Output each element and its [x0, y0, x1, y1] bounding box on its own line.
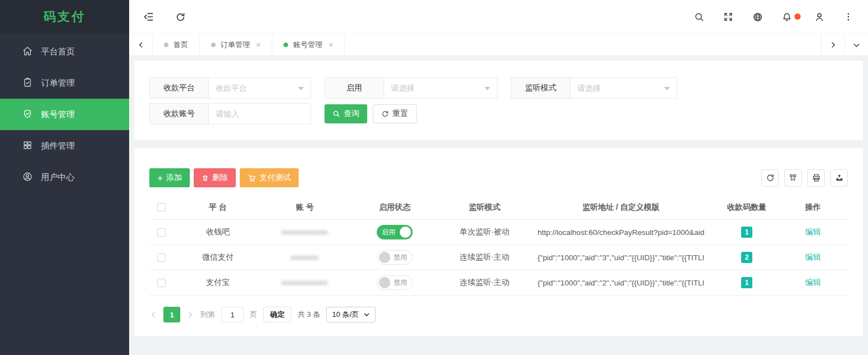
user-icon[interactable]: [813, 11, 825, 23]
tabs-scroll-right-icon[interactable]: [821, 34, 844, 56]
platform-select-input[interactable]: [209, 78, 310, 98]
toggle-knob: [400, 227, 411, 238]
listen-mode-select-input[interactable]: [570, 78, 677, 98]
goto-prefix: 到第: [200, 310, 215, 320]
tab-dot: [164, 43, 168, 47]
tab-orders[interactable]: 订单管理 ×: [200, 34, 272, 56]
col-address: 监听地址 / 自定义模版: [527, 202, 715, 213]
columns-icon[interactable]: [784, 169, 802, 187]
filter-platform-label: 收款平台: [150, 78, 209, 98]
col-account: 账 号: [263, 202, 347, 213]
edit-link[interactable]: 编辑: [805, 227, 821, 237]
sidebar-item-plugins[interactable]: 插件管理: [0, 130, 129, 162]
plus-icon: +: [157, 173, 163, 183]
sidebar-menu: 平台首页 订单管理 账号管理 插件管理 用户中心: [0, 34, 129, 193]
prev-page-icon[interactable]: [149, 311, 157, 319]
enabled-select-input[interactable]: [384, 78, 497, 98]
row-checkbox[interactable]: [157, 228, 166, 237]
filter-account: 收款账号: [149, 103, 311, 125]
filter-listen-mode-label: 监听模式: [511, 78, 570, 98]
goto-confirm-button[interactable]: 确定: [263, 307, 291, 322]
globe-icon[interactable]: [751, 11, 764, 23]
current-page-button[interactable]: 1: [163, 307, 180, 322]
tab-spacer: [345, 34, 821, 56]
bell-icon[interactable]: [780, 11, 793, 23]
row-platform: 微信支付: [173, 252, 263, 262]
platform-select[interactable]: [209, 78, 310, 98]
refresh-icon[interactable]: [174, 11, 186, 23]
sidebar-item-label: 插件管理: [41, 141, 75, 151]
table-row: 支付宝 ●●●●●●●●●● 禁用 连续监听·主动 {"pid":"1000",…: [149, 270, 848, 296]
edit-link[interactable]: 编辑: [805, 252, 821, 262]
notification-dot: [794, 13, 801, 20]
tab-accounts[interactable]: 账号管理 ×: [272, 34, 345, 56]
col-status: 启用状态: [347, 202, 442, 213]
plugin-grid-icon: [22, 140, 33, 152]
search-icon[interactable]: [693, 11, 705, 23]
qr-count-badge[interactable]: 1: [741, 227, 752, 238]
sidebar-item-orders[interactable]: 订单管理: [0, 67, 129, 99]
menu-fold-icon[interactable]: [143, 11, 155, 23]
goto-page-input[interactable]: [221, 307, 244, 322]
sidebar-item-user-center[interactable]: 用户中心: [0, 162, 129, 193]
fullscreen-icon[interactable]: [722, 11, 734, 23]
print-icon[interactable]: [807, 169, 825, 187]
caret-down-icon: [664, 87, 670, 90]
table-toolbar: + 添加 删除 支付测试: [149, 168, 848, 187]
qr-count-badge[interactable]: 2: [741, 252, 752, 263]
sidebar-item-label: 账号管理: [41, 109, 75, 120]
caret-down-icon: [298, 87, 304, 90]
account-input[interactable]: [209, 104, 310, 124]
page-content: 收款平台 启用 监听模式: [129, 56, 868, 355]
page-size-select[interactable]: 10 条/页: [326, 307, 376, 322]
sidebar-item-accounts[interactable]: 账号管理: [0, 99, 129, 130]
listen-mode-select[interactable]: [570, 78, 677, 98]
sidebar-item-home[interactable]: 平台首页: [0, 36, 129, 67]
next-page-icon[interactable]: [186, 311, 194, 319]
reset-icon: [381, 110, 389, 118]
row-mode: 单次监听·被动: [442, 227, 527, 237]
chevron-down-icon: [363, 311, 370, 318]
tabs-scroll-left-icon[interactable]: [129, 34, 153, 56]
reset-button[interactable]: 重置: [373, 104, 417, 123]
search-button[interactable]: 查询: [325, 104, 367, 123]
table-header-row: 平 台 账 号 启用状态 监听模式 监听地址 / 自定义模版 收款码数量 操作: [149, 195, 848, 220]
add-button[interactable]: + 添加: [149, 168, 190, 187]
order-icon: [22, 77, 33, 89]
sidebar: 码支付 平台首页 订单管理 账号管理 插件管理 用户中心: [0, 0, 129, 355]
table-refresh-icon[interactable]: [761, 169, 779, 187]
status-toggle[interactable]: 禁用: [377, 250, 413, 265]
qr-count-badge[interactable]: 1: [741, 277, 752, 288]
accounts-table-panel: + 添加 删除 支付测试: [134, 148, 863, 336]
status-toggle[interactable]: 禁用: [377, 275, 413, 290]
filter-enabled: 启用: [325, 77, 497, 99]
tab-dot: [211, 43, 216, 47]
tabs-menu-chevron-down-icon[interactable]: [844, 34, 868, 56]
status-toggle[interactable]: 启用: [377, 225, 413, 239]
top-bar: [129, 0, 868, 34]
col-platform: 平 台: [173, 202, 263, 213]
tab-close-icon[interactable]: ×: [328, 40, 333, 49]
enabled-select[interactable]: [384, 78, 497, 98]
user-circle-icon: [22, 172, 33, 183]
col-mode: 监听模式: [442, 202, 527, 213]
main-area: 首页 订单管理 × 账号管理 × 收款平台: [129, 0, 868, 355]
select-all-checkbox[interactable]: [157, 203, 166, 211]
filter-enabled-label: 启用: [325, 78, 384, 98]
row-checkbox[interactable]: [157, 253, 166, 262]
tab-home[interactable]: 首页: [153, 34, 200, 56]
edit-link[interactable]: 编辑: [805, 278, 821, 288]
row-mode: 连续监听·主动: [442, 252, 527, 262]
more-vertical-icon[interactable]: [842, 11, 855, 23]
row-platform: 收钱吧: [173, 227, 263, 237]
delete-button[interactable]: 删除: [194, 168, 236, 187]
export-icon[interactable]: [830, 169, 848, 187]
tab-dot: [284, 43, 288, 47]
row-checkbox[interactable]: [157, 279, 166, 287]
row-address: {"pid":"1000","aid":"2","uid":"{{UID}}",…: [527, 279, 715, 287]
search-icon: [332, 110, 340, 118]
cart-icon: [248, 174, 256, 182]
filter-account-label: 收款账号: [150, 104, 209, 124]
tab-close-icon[interactable]: ×: [256, 40, 261, 49]
pay-test-button[interactable]: 支付测试: [240, 168, 299, 187]
